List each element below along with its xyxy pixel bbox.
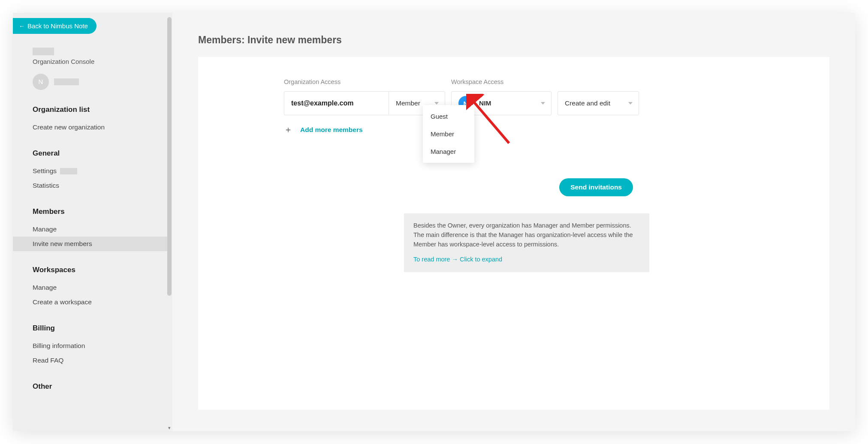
nav-section-other: Other <box>33 380 172 393</box>
role-option-manager[interactable]: Manager <box>423 143 474 160</box>
nav-heading: Members <box>33 205 172 219</box>
info-expand-link[interactable]: To read more → Click to expand <box>413 255 640 264</box>
nav-section-members: Members Manage Invite new members <box>33 205 172 251</box>
nav-item-label: Settings <box>33 167 57 174</box>
back-to-nimbus-button[interactable]: ← Back to Nimbus Note <box>13 18 96 34</box>
nav-heading: Organization list <box>33 103 172 117</box>
nav-section-billing: Billing Billing information Read FAQ <box>33 321 172 368</box>
add-more-members-button[interactable]: ＋ Add more members <box>284 124 804 135</box>
user-avatar: N <box>33 74 49 90</box>
nav-section-organization: Organization list Create new organizatio… <box>33 103 172 135</box>
user-block[interactable]: N <box>33 74 172 90</box>
arrow-left-icon: ← <box>19 23 25 30</box>
invite-card: Organization Access Member Workspace Acc… <box>198 57 829 410</box>
nav-item-read-faq[interactable]: Read FAQ <box>31 353 158 368</box>
send-button-row: Send invitations <box>284 178 633 196</box>
nav-item-billing-info[interactable]: Billing information <box>31 339 158 353</box>
info-text: Besides the Owner, every organization ha… <box>413 221 640 249</box>
role-option-member[interactable]: Member <box>423 125 474 143</box>
chevron-down-icon <box>628 102 633 105</box>
org-console-label: Organization Console <box>33 58 172 65</box>
permission-dropdown[interactable]: Create and edit <box>558 91 639 115</box>
back-button-label: Back to Nimbus Note <box>27 22 88 30</box>
nav-item-statistics[interactable]: Statistics <box>31 178 158 193</box>
scrollbar-thumb[interactable] <box>167 17 172 296</box>
send-invitations-button[interactable]: Send invitations <box>559 178 633 196</box>
nav-item-manage-workspaces[interactable]: Manage <box>31 280 158 295</box>
add-more-label: Add more members <box>300 126 363 134</box>
org-block: Organization Console <box>33 47 172 65</box>
email-role-group: Member <box>284 91 445 115</box>
permissions-info-box: Besides the Owner, every organization ha… <box>404 213 649 272</box>
org-access-label: Organization Access <box>284 78 445 85</box>
permission-selected-label: Create and edit <box>565 99 610 107</box>
page-title: Members: Invite new members <box>198 34 829 46</box>
user-name-redacted <box>54 78 79 85</box>
scrollbar-down-icon[interactable]: ▾ <box>167 425 172 429</box>
ws-access-label: Workspace Access <box>451 78 639 85</box>
sidebar: Organization Console N Organization list… <box>13 13 172 431</box>
org-name-redacted <box>33 48 54 55</box>
nav-heading: Billing <box>33 321 172 335</box>
main-content: Members: Invite new members Organization… <box>172 13 855 431</box>
workspace-name: NIM <box>479 99 541 107</box>
nav-heading: General <box>33 147 172 160</box>
nav-item-create-workspace[interactable]: Create a workspace <box>31 295 158 309</box>
nav-heading: Workspaces <box>33 263 172 277</box>
plus-icon: ＋ <box>284 124 292 135</box>
role-selected-label: Member <box>396 99 420 107</box>
role-option-guest[interactable]: Guest <box>423 108 474 125</box>
nav-item-invite-members[interactable]: Invite new members <box>13 237 169 251</box>
nav-section-workspaces: Workspaces Manage Create a workspace <box>33 263 172 309</box>
nav-item-manage-members[interactable]: Manage <box>31 222 158 237</box>
sidebar-scrollbar[interactable]: ▾ <box>166 13 172 431</box>
app-window: ← Back to Nimbus Note Organization Conso… <box>13 13 855 431</box>
settings-redacted <box>60 168 77 174</box>
org-access-column: Organization Access Member <box>284 78 445 115</box>
email-input[interactable] <box>284 91 389 115</box>
chevron-down-icon <box>541 102 545 105</box>
chevron-down-icon <box>434 102 439 105</box>
nav-item-create-organization[interactable]: Create new organization <box>31 120 158 135</box>
nav-section-general: General Settings Statistics <box>33 147 172 193</box>
ws-access-column: Workspace Access N NIM Create and edit <box>451 78 639 115</box>
role-dropdown-menu: Guest Member Manager <box>423 105 474 163</box>
invite-form-row: Organization Access Member Workspace Acc… <box>284 78 804 115</box>
nav-item-settings[interactable]: Settings <box>31 164 158 178</box>
nav-heading: Other <box>33 380 172 393</box>
